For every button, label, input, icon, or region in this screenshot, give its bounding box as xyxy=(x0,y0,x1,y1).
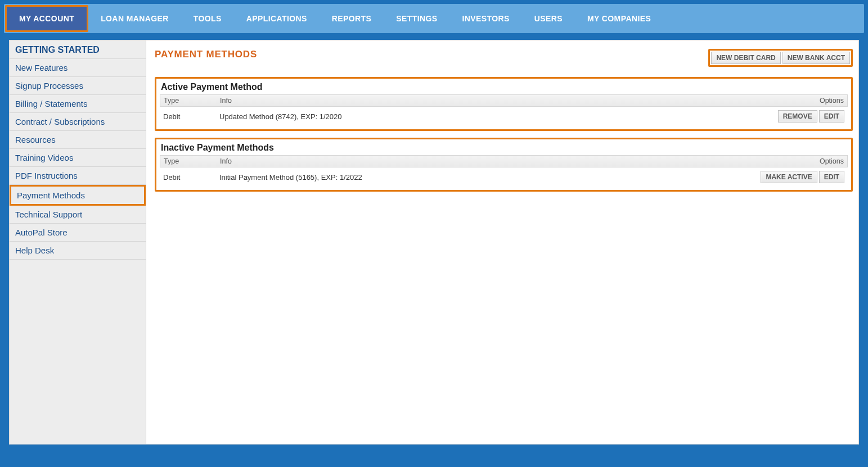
make-active-button[interactable]: MAKE ACTIVE xyxy=(761,171,817,183)
sidebar-item-resources[interactable]: Resources xyxy=(10,131,146,149)
nav-investors[interactable]: INVESTORS xyxy=(449,4,521,33)
active-row-info: Updated Method (8742), EXP: 1/2020 xyxy=(216,111,746,123)
page-title: PAYMENT METHODS xyxy=(155,49,257,60)
header-buttons: NEW DEBIT CARD NEW BANK ACCT xyxy=(708,49,853,67)
inactive-header-type: Type xyxy=(160,156,217,167)
nav-settings[interactable]: SETTINGS xyxy=(384,4,449,33)
inactive-table-row: Debit Initial Payment Method (5165), EXP… xyxy=(160,167,848,187)
sidebar-item-technical-support[interactable]: Technical Support xyxy=(10,206,146,224)
sidebar-item-signup-processes[interactable]: Signup Processes xyxy=(10,77,146,95)
nav-my-account[interactable]: MY ACCOUNT xyxy=(5,5,88,32)
inactive-table-header: Type Info Options xyxy=(160,155,848,167)
sidebar-item-payment-methods[interactable]: Payment Methods xyxy=(10,185,146,206)
inactive-row-type: Debit xyxy=(160,171,216,183)
edit-active-button[interactable]: EDIT xyxy=(819,110,844,123)
inactive-header-info: Info xyxy=(217,156,746,167)
nav-my-companies[interactable]: MY COMPANIES xyxy=(575,4,663,33)
sidebar-item-contract-subscriptions[interactable]: Contract / Subscriptions xyxy=(10,113,146,131)
new-bank-acct-button[interactable]: NEW BANK ACCT xyxy=(782,52,850,64)
active-header-type: Type xyxy=(160,95,217,106)
nav-loan-manager[interactable]: LOAN MANAGER xyxy=(88,4,181,33)
nav-reports[interactable]: REPORTS xyxy=(320,4,384,33)
active-row-type: Debit xyxy=(160,111,216,123)
sidebar-item-pdf-instructions[interactable]: PDF Instructions xyxy=(10,167,146,185)
edit-inactive-button[interactable]: EDIT xyxy=(819,171,844,183)
active-table-row: Debit Updated Method (8742), EXP: 1/2020… xyxy=(160,107,848,126)
content-area: PAYMENT METHODS NEW DEBIT CARD NEW BANK … xyxy=(146,40,859,445)
new-debit-card-button[interactable]: NEW DEBIT CARD xyxy=(711,52,780,64)
sidebar-item-billing-statements[interactable]: Billing / Statements xyxy=(10,95,146,113)
sidebar-item-autopal-store[interactable]: AutoPal Store xyxy=(10,224,146,242)
sidebar-item-new-features[interactable]: New Features xyxy=(10,59,146,77)
inactive-payment-section: Inactive Payment Methods Type Info Optio… xyxy=(155,138,853,192)
active-table-header: Type Info Options xyxy=(160,94,848,107)
sidebar-item-training-videos[interactable]: Training Videos xyxy=(10,149,146,167)
nav-users[interactable]: USERS xyxy=(522,4,575,33)
active-payment-section: Active Payment Method Type Info Options … xyxy=(155,77,853,131)
sidebar: GETTING STARTED New Features Signup Proc… xyxy=(9,40,146,445)
nav-applications[interactable]: APPLICATIONS xyxy=(234,4,320,33)
active-section-title: Active Payment Method xyxy=(160,80,848,94)
inactive-header-options: Options xyxy=(746,156,847,167)
top-nav: MY ACCOUNT LOAN MANAGER TOOLS APPLICATIO… xyxy=(4,4,864,33)
sidebar-header: GETTING STARTED xyxy=(10,40,146,59)
inactive-row-info: Initial Payment Method (5165), EXP: 1/20… xyxy=(216,171,746,183)
active-header-options: Options xyxy=(746,95,847,106)
active-header-info: Info xyxy=(217,95,746,106)
inactive-section-title: Inactive Payment Methods xyxy=(160,141,848,155)
sidebar-item-help-desk[interactable]: Help Desk xyxy=(10,242,146,260)
nav-tools[interactable]: TOOLS xyxy=(181,4,234,33)
remove-button[interactable]: REMOVE xyxy=(778,110,817,123)
